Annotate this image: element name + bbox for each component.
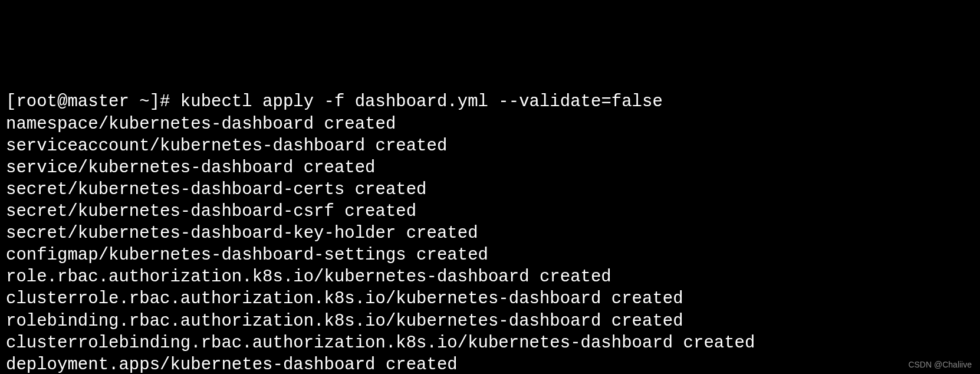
output-line: service/kubernetes-dashboard created [6,157,974,179]
output-line: serviceaccount/kubernetes-dashboard crea… [6,135,974,157]
shell-prompt: [root@master ~]# [6,92,180,111]
output-line: secret/kubernetes-dashboard-key-holder c… [6,222,974,244]
terminal-output[interactable]: [root@master ~]# kubectl apply -f dashbo… [6,91,974,374]
output-line: clusterrole.rbac.authorization.k8s.io/ku… [6,288,974,310]
output-line: secret/kubernetes-dashboard-csrf created [6,201,974,222]
output-line: deployment.apps/kubernetes-dashboard cre… [6,354,974,374]
output-line: role.rbac.authorization.k8s.io/kubernete… [6,266,974,288]
shell-command: kubectl apply -f dashboard.yml --validat… [180,92,663,111]
output-line: configmap/kubernetes-dashboard-settings … [6,244,974,266]
output-line: clusterrolebinding.rbac.authorization.k8… [6,332,974,354]
output-line: rolebinding.rbac.authorization.k8s.io/ku… [6,310,974,332]
watermark-text: CSDN @Chaliive [908,360,972,370]
command-line: [root@master ~]# kubectl apply -f dashbo… [6,91,974,113]
output-line: secret/kubernetes-dashboard-certs create… [6,179,974,201]
output-line: namespace/kubernetes-dashboard created [6,113,974,135]
